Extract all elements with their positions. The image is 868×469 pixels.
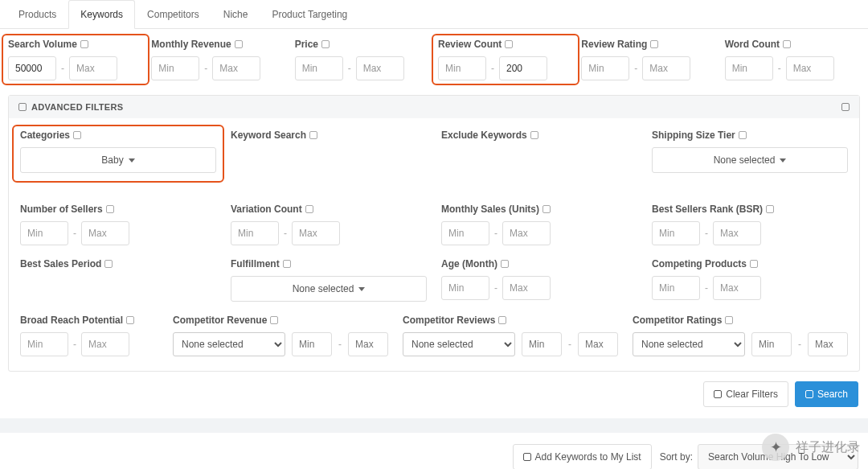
- variation-count-min[interactable]: [231, 221, 279, 245]
- age-month-min[interactable]: [441, 276, 489, 300]
- panel-close-icon[interactable]: [841, 103, 850, 111]
- help-icon[interactable]: [739, 131, 747, 139]
- help-icon[interactable]: [283, 260, 291, 268]
- competitor-ratings-select[interactable]: None selected: [633, 332, 745, 356]
- monthly-sales-units-label: Monthly Sales (Units): [441, 204, 539, 215]
- competing-products-min[interactable]: [652, 276, 700, 300]
- search-button[interactable]: Search: [795, 381, 858, 407]
- help-icon[interactable]: [750, 260, 758, 268]
- tab-keywords[interactable]: Keywords: [68, 0, 135, 29]
- word-count-label: Word Count: [725, 39, 780, 50]
- age-month-label: Age (Month): [441, 258, 497, 269]
- competitor-reviews-label: Competitor Reviews: [403, 315, 495, 326]
- monthly-revenue-label: Monthly Revenue: [151, 39, 231, 50]
- chevron-down-icon: [129, 158, 135, 163]
- price-label: Price: [295, 39, 318, 50]
- best-sales-period-label: Best Sales Period: [20, 258, 101, 269]
- help-icon[interactable]: [783, 40, 791, 48]
- competitor-reviews-select[interactable]: None selected: [403, 332, 515, 356]
- monthly-sales-units-max[interactable]: [502, 221, 551, 245]
- help-icon[interactable]: [498, 316, 506, 324]
- advanced-filters-panel: ADVANCED FILTERS Categories Baby Keyword…: [8, 95, 860, 372]
- broad-reach-min[interactable]: [20, 332, 68, 356]
- word-count-max[interactable]: [786, 56, 834, 80]
- monthly-revenue-max[interactable]: [212, 56, 260, 80]
- help-icon[interactable]: [530, 131, 538, 139]
- categories-label: Categories: [20, 130, 70, 141]
- shipping-size-tier-label: Shipping Size Tier: [652, 130, 735, 141]
- competitor-reviews-max[interactable]: [578, 332, 618, 356]
- number-of-sellers-max[interactable]: [81, 221, 129, 245]
- tab-products[interactable]: Products: [6, 0, 68, 28]
- competitor-revenue-select[interactable]: None selected: [173, 332, 285, 356]
- age-month-max[interactable]: [502, 276, 551, 300]
- price-max[interactable]: [356, 56, 404, 80]
- sort-by-label: Sort by:: [660, 451, 693, 463]
- bsr-label: Best Sellers Rank (BSR): [652, 204, 763, 215]
- filter-actions: Clear Filters Search: [0, 381, 868, 418]
- help-icon[interactable]: [73, 131, 81, 139]
- help-icon[interactable]: [505, 40, 513, 48]
- help-icon[interactable]: [501, 260, 509, 268]
- review-count-min[interactable]: [438, 56, 486, 80]
- help-icon[interactable]: [309, 131, 317, 139]
- competitor-ratings-min[interactable]: [751, 332, 792, 356]
- number-of-sellers-label: Number of Sellers: [20, 204, 103, 215]
- competitor-reviews-min[interactable]: [522, 332, 562, 356]
- top-filters: Search Volume - Monthly Revenue - Price …: [0, 29, 868, 95]
- review-count-label: Review Count: [438, 39, 502, 50]
- word-count-min[interactable]: [725, 56, 773, 80]
- monthly-revenue-min[interactable]: [151, 56, 199, 80]
- competitor-ratings-label: Competitor Ratings: [633, 315, 722, 326]
- help-icon[interactable]: [305, 205, 313, 213]
- search-icon: [805, 390, 813, 398]
- help-icon[interactable]: [650, 40, 658, 48]
- exclude-keywords-label: Exclude Keywords: [441, 130, 527, 141]
- number-of-sellers-min[interactable]: [20, 221, 68, 245]
- competitor-revenue-max[interactable]: [348, 332, 388, 356]
- advanced-filters-header[interactable]: ADVANCED FILTERS: [9, 96, 859, 118]
- tab-competitors[interactable]: Competitors: [135, 0, 211, 28]
- bsr-min[interactable]: [652, 221, 700, 245]
- search-volume-max[interactable]: [69, 56, 117, 80]
- search-volume-min[interactable]: [8, 56, 56, 80]
- tab-niche[interactable]: Niche: [211, 0, 260, 28]
- broad-reach-max[interactable]: [81, 332, 129, 356]
- help-icon[interactable]: [725, 316, 733, 324]
- shipping-size-tier-select[interactable]: None selected: [652, 147, 848, 173]
- competitor-revenue-label: Competitor Revenue: [173, 315, 267, 326]
- monthly-sales-units-min[interactable]: [441, 221, 489, 245]
- results-toolbar: Add Keywords to My List Sort by: Search …: [0, 433, 868, 469]
- clear-filters-button[interactable]: Clear Filters: [703, 381, 788, 407]
- add-keywords-button[interactable]: Add Keywords to My List: [513, 444, 652, 469]
- competitor-revenue-min[interactable]: [292, 332, 332, 356]
- review-rating-min[interactable]: [581, 56, 629, 80]
- range-separator: -: [61, 63, 64, 74]
- chevron-down-icon: [780, 158, 786, 163]
- review-count-max[interactable]: [499, 56, 547, 80]
- help-icon[interactable]: [766, 205, 774, 213]
- tab-bar: Products Keywords Competitors Niche Prod…: [0, 0, 868, 29]
- competitor-ratings-max[interactable]: [808, 332, 848, 356]
- help-icon[interactable]: [80, 40, 88, 48]
- tab-product-targeting[interactable]: Product Targeting: [260, 0, 359, 28]
- bsr-max[interactable]: [713, 221, 761, 245]
- review-rating-max[interactable]: [642, 56, 690, 80]
- help-icon[interactable]: [106, 205, 114, 213]
- help-icon[interactable]: [542, 205, 551, 213]
- help-icon[interactable]: [126, 316, 134, 324]
- help-icon[interactable]: [235, 40, 243, 48]
- clear-icon: [714, 390, 722, 398]
- help-icon[interactable]: [321, 40, 330, 48]
- competing-products-max[interactable]: [713, 276, 761, 300]
- collapse-icon[interactable]: [18, 103, 27, 111]
- categories-select[interactable]: Baby: [20, 147, 216, 173]
- sort-by-select[interactable]: Search Volume High To Low: [698, 444, 858, 469]
- price-min[interactable]: [295, 56, 343, 80]
- help-icon[interactable]: [104, 260, 113, 268]
- variation-count-max[interactable]: [292, 221, 340, 245]
- list-add-icon: [523, 453, 531, 461]
- help-icon[interactable]: [270, 316, 278, 324]
- review-rating-label: Review Rating: [581, 39, 647, 50]
- fulfillment-select[interactable]: None selected: [231, 276, 427, 302]
